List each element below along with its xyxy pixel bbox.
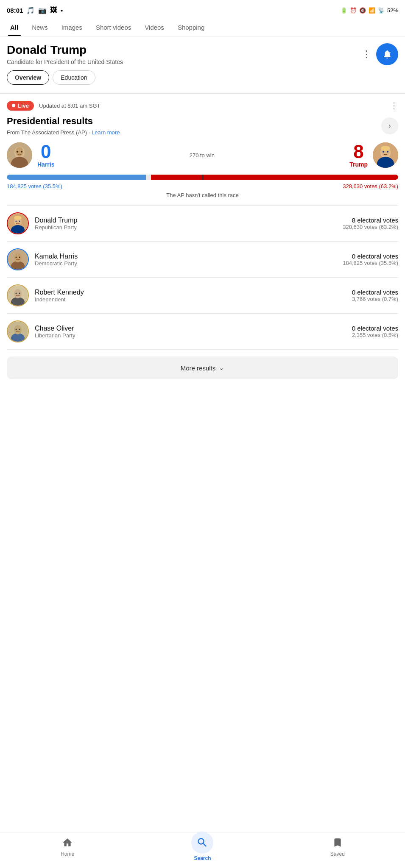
- table-row: Chase Oliver Libertarian Party 0 elector…: [7, 314, 398, 350]
- nav-home[interactable]: Home: [0, 836, 135, 861]
- table-row: Donald Trump Republican Party 8 electora…: [7, 206, 398, 242]
- table-row: Robert Kennedy Independent 0 electoral v…: [7, 278, 398, 314]
- more-results-label: More results: [181, 364, 216, 372]
- midpoint-marker: [202, 175, 203, 180]
- trump-avatar: [373, 142, 398, 168]
- vote-totals: 184,825 votes (35.5%) 328,630 votes (63.…: [7, 183, 398, 189]
- svg-point-33: [16, 329, 17, 330]
- trump-score-info: 8 Trump: [349, 142, 368, 168]
- saved-label: Saved: [330, 851, 345, 857]
- tab-shopping[interactable]: Shopping: [171, 19, 211, 36]
- bottom-nav: Home Search Saved: [0, 832, 405, 868]
- svg-point-11: [383, 151, 384, 153]
- candidate-list: Donald Trump Republican Party 8 electora…: [7, 205, 398, 350]
- oliver-info: Chase Oliver Libertarian Party: [35, 325, 346, 339]
- search-tabs: All News Images Short videos Videos Shop…: [0, 19, 405, 36]
- trump-list-portrait: [8, 213, 28, 234]
- more-results-button[interactable]: More results ⌄: [7, 356, 398, 379]
- tab-images[interactable]: Images: [55, 19, 89, 36]
- harris-votes: 184,825 votes (35.5%): [7, 183, 62, 189]
- nav-search[interactable]: Search: [135, 836, 270, 861]
- harris-vote-info: 0 electoral votes 184,825 votes (35.5%): [343, 253, 398, 266]
- harris-party: Democratic Party: [35, 260, 337, 267]
- svg-point-22: [14, 253, 22, 262]
- tab-short-videos[interactable]: Short videos: [89, 19, 138, 36]
- search-label: Search: [194, 855, 211, 861]
- nav-saved[interactable]: Saved: [270, 836, 405, 861]
- live-card: Live Updated at 8:01 am SGT ⋮ Presidenti…: [7, 100, 398, 379]
- trump-info: Donald Trump Republican Party: [35, 217, 337, 231]
- search-svg: [196, 837, 208, 849]
- harris-score-info: 0 Harris: [37, 142, 54, 168]
- live-header: Live Updated at 8:01 am SGT ⋮: [7, 100, 398, 111]
- trump-votes: 328,630 votes (63.2%): [343, 183, 398, 189]
- ap-note: The AP hasn't called this race: [7, 192, 398, 198]
- kennedy-total-votes: 3,766 votes (0.7%): [352, 296, 398, 302]
- oliver-list-name: Chase Oliver: [35, 325, 346, 332]
- time-display: 08:01: [7, 7, 23, 14]
- svg-point-12: [387, 151, 388, 153]
- oliver-list-portrait: [8, 321, 28, 342]
- learn-more-link[interactable]: Learn more: [92, 129, 120, 136]
- tab-videos[interactable]: Videos: [138, 19, 171, 36]
- saved-icon: [331, 836, 344, 849]
- battery-icon: 🔋: [341, 7, 347, 14]
- svg-point-5: [17, 151, 18, 153]
- harris-list-name: Kamala Harris: [35, 253, 337, 260]
- svg-point-32: [14, 325, 22, 334]
- tab-news[interactable]: News: [25, 19, 55, 36]
- trump-party: Republican Party: [35, 224, 337, 231]
- bell-plus-icon: +: [382, 49, 392, 59]
- svg-point-24: [19, 257, 20, 258]
- trump-total-votes: 328,630 votes (63.2%): [343, 224, 398, 230]
- main-content: Donald Trump Candidate for President of …: [0, 36, 405, 445]
- entity-tabs: Overview Education: [7, 70, 398, 85]
- svg-text:+: +: [389, 50, 391, 54]
- trump-progress: [151, 175, 398, 180]
- live-badge: Live: [7, 101, 34, 111]
- expand-results-button[interactable]: ›: [381, 117, 398, 134]
- svg-point-28: [16, 293, 17, 294]
- oliver-electoral: 0 electoral votes: [352, 325, 398, 332]
- alert-button[interactable]: +: [376, 43, 398, 65]
- entity-tab-overview[interactable]: Overview: [7, 70, 49, 85]
- tab-all[interactable]: All: [3, 19, 25, 36]
- results-title-group: Presidential results From The Associated…: [7, 116, 120, 136]
- entity-title: Donald Trump: [7, 43, 123, 57]
- svg-point-17: [16, 221, 17, 222]
- status-bar: 08:01 🎵 📷 🖼 ● 🔋 ⏰ 🔇 📶 📡 52%: [0, 0, 405, 19]
- header-actions: ⋮ +: [362, 43, 398, 65]
- mute-icon: 🔇: [359, 7, 366, 14]
- table-row: Kamala Harris Democratic Party 0 elector…: [7, 242, 398, 278]
- harris-electoral: 0 electoral votes: [343, 253, 398, 260]
- trump-portrait: [373, 142, 398, 168]
- status-icons: 🔋 ⏰ 🔇 📶 📡 52%: [341, 7, 398, 14]
- svg-point-6: [21, 151, 22, 153]
- trump-score: 8: [349, 142, 368, 161]
- trump-list-name: Donald Trump: [35, 217, 337, 224]
- home-icon: [61, 836, 74, 849]
- bookmark-svg: [332, 837, 343, 848]
- entity-subtitle: Candidate for President of the United St…: [7, 58, 123, 65]
- vote-progress-bar: [7, 175, 398, 180]
- home-label: Home: [61, 851, 74, 857]
- harris-total-votes: 184,825 votes (35.5%): [343, 260, 398, 266]
- kennedy-list-portrait: [8, 285, 28, 306]
- more-options-button[interactable]: ⋮: [362, 49, 371, 60]
- kennedy-party: Independent: [35, 296, 346, 303]
- kennedy-list-name: Robert Kennedy: [35, 289, 346, 296]
- card-more-button[interactable]: ⋮: [390, 100, 398, 111]
- ap-link[interactable]: The Associated Press (AP): [21, 129, 87, 136]
- kennedy-electoral: 0 electoral votes: [352, 289, 398, 296]
- svg-point-27: [14, 289, 22, 298]
- harris-name: Harris: [37, 161, 54, 168]
- svg-point-13: [381, 146, 390, 151]
- live-updated-text: Updated at 8:01 am SGT: [39, 103, 101, 109]
- entity-tab-education[interactable]: Education: [53, 70, 95, 85]
- harris-info: Kamala Harris Democratic Party: [35, 253, 337, 267]
- results-header-row: Presidential results From The Associated…: [7, 116, 398, 136]
- svg-point-34: [19, 329, 20, 330]
- tiktok-icon: 🎵: [26, 6, 35, 14]
- trump-name: Trump: [349, 161, 368, 168]
- results-title: Presidential results: [7, 116, 120, 127]
